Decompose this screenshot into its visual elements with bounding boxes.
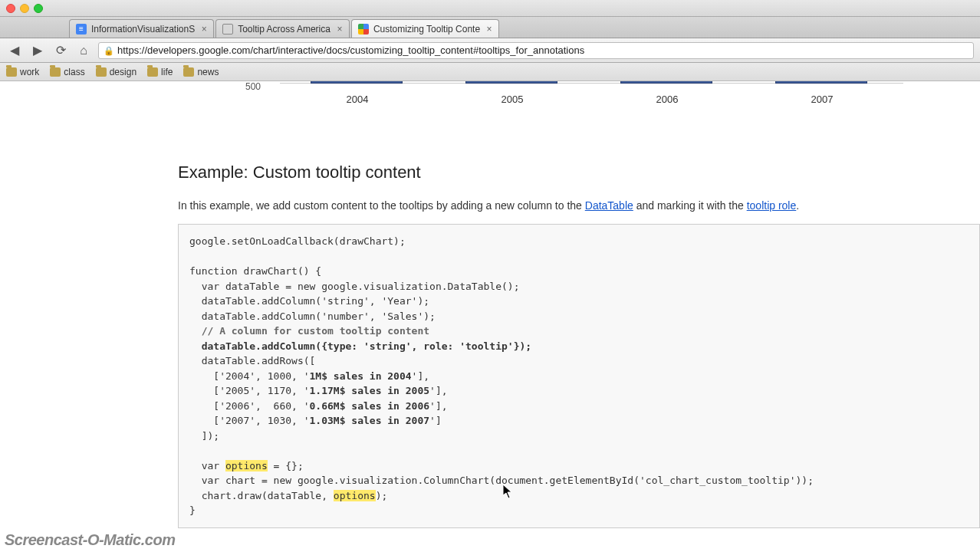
x-tick-2004: 2004 (347, 94, 369, 105)
window-zoom-icon[interactable] (34, 4, 43, 13)
url-text: https://developers.google.com/chart/inte… (117, 44, 584, 56)
close-tab-icon[interactable]: × (485, 25, 494, 34)
tab-customizing-tooltip[interactable]: Customizing Tooltip Conte × (351, 19, 499, 38)
tab-title: Customizing Tooltip Conte (373, 24, 480, 34)
window-close-icon[interactable] (6, 4, 15, 13)
window-minimize-icon[interactable] (20, 4, 29, 13)
y-axis-tick-label: 500 (245, 81, 261, 92)
folder-icon (96, 67, 107, 77)
link-tooltip-role[interactable]: tooltip role (747, 199, 797, 212)
chart-axis-fragment: 500 2004 2005 2006 2007 (0, 81, 980, 109)
window-titlebar (0, 0, 980, 17)
x-tick-2007: 2007 (811, 94, 834, 105)
link-datatable[interactable]: DataTable (585, 199, 633, 212)
tab-tooltip-across-america[interactable]: Tooltip Across America × (215, 19, 350, 38)
folder-icon (147, 67, 158, 77)
page-viewport: 500 2004 2005 2006 2007 Example: Custom … (0, 81, 980, 552)
favicon-doc-icon: ≡ (76, 24, 87, 34)
close-tab-icon[interactable]: × (199, 25, 209, 34)
forward-button[interactable]: ▶ (29, 42, 46, 59)
article-content: Example: Custom tooltip content In this … (0, 109, 980, 528)
favicon-google-icon (358, 24, 369, 34)
code-sample: google.setOnLoadCallback(drawChart); fun… (178, 224, 980, 528)
bookmark-life[interactable]: life (147, 67, 173, 77)
tab-title: Tooltip Across America (238, 24, 331, 34)
back-button[interactable]: ◀ (6, 42, 23, 59)
folder-icon (183, 67, 194, 77)
tab-title: InformationVisualizationS (91, 24, 195, 34)
bookmarks-bar: work class design life news (0, 63, 980, 81)
home-button[interactable]: ⌂ (75, 42, 92, 59)
bookmark-class[interactable]: class (50, 67, 84, 77)
bookmark-design[interactable]: design (96, 67, 136, 77)
x-tick-2006: 2006 (656, 94, 679, 105)
section-heading: Example: Custom tooltip content (178, 163, 980, 182)
intro-paragraph: In this example, we add custom content t… (178, 199, 980, 212)
favicon-pin-icon (222, 24, 233, 34)
lock-icon: 🔒 (104, 46, 113, 55)
reload-button[interactable]: ⟳ (52, 42, 69, 59)
tab-info-visualization[interactable]: ≡ InformationVisualizationS × (69, 19, 214, 38)
browser-toolbar: ◀ ▶ ⟳ ⌂ 🔒 https://developers.google.com/… (0, 38, 980, 63)
folder-icon (6, 67, 17, 77)
bookmark-news[interactable]: news (183, 67, 219, 77)
chart-bar-2004 (311, 81, 403, 84)
watermark: Screencast-O-Matic.com (5, 531, 175, 549)
chart-bar-2007 (775, 81, 867, 84)
bookmark-work[interactable]: work (6, 67, 39, 77)
chart-bar-2006 (620, 81, 712, 84)
browser-tabbar: ≡ InformationVisualizationS × Tooltip Ac… (0, 17, 980, 38)
chart-bar-2005 (465, 81, 557, 84)
address-bar[interactable]: 🔒 https://developers.google.com/chart/in… (98, 42, 974, 59)
folder-icon (50, 67, 61, 77)
close-tab-icon[interactable]: × (335, 25, 344, 34)
x-tick-2005: 2005 (502, 94, 524, 105)
